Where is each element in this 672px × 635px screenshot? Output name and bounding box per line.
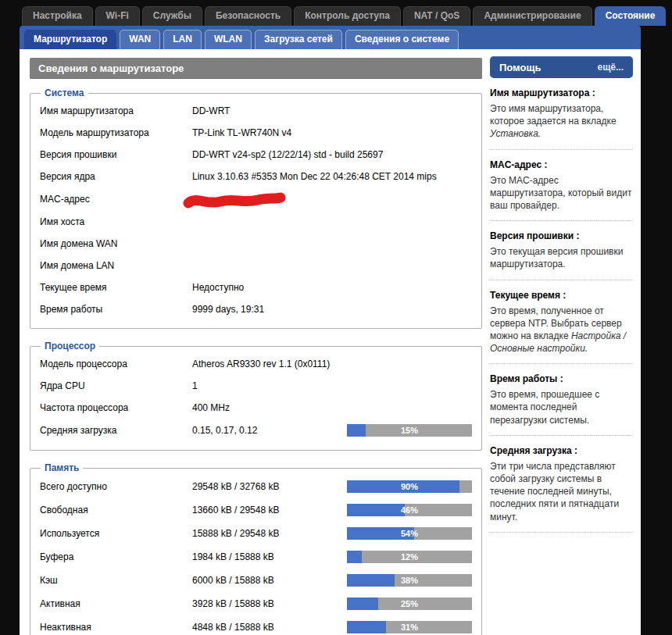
info-row: Имя домена WAN bbox=[40, 233, 472, 255]
progress-bar: 54% bbox=[347, 527, 472, 540]
help-panel: Помощь ещё... Имя маршрутизатора :Это им… bbox=[488, 49, 641, 533]
help-more-link[interactable]: ещё... bbox=[598, 62, 624, 73]
tab-administration[interactable]: Администрирование bbox=[473, 6, 592, 26]
info-label: Модель процессора bbox=[40, 359, 192, 369]
info-label: Версия ядра bbox=[40, 171, 192, 182]
info-row: Текущее времяНедоступно bbox=[40, 276, 472, 298]
info-label: Имя домена WAN bbox=[40, 238, 192, 249]
info-row: Версия прошивкиDD-WRT v24-sp2 (12/22/14)… bbox=[40, 144, 472, 166]
progress-bar: 90% bbox=[347, 480, 472, 493]
info-row: Частота процессора400 MHz bbox=[40, 397, 472, 419]
info-value: 9999 days, 19:31 bbox=[192, 304, 472, 315]
info-row: Время работы9999 days, 19:31 bbox=[40, 298, 472, 320]
progress-bar-label: 15% bbox=[347, 424, 472, 437]
subtab-router[interactable]: Маршрутизатор bbox=[24, 30, 116, 49]
progress-bar: 25% bbox=[347, 598, 472, 610]
info-value: Linux 3.10.63 #5353 Mon Dec 22 04:26:48 … bbox=[192, 171, 472, 182]
section-cpu-legend: Процессор bbox=[41, 341, 99, 351]
mac-redaction-scribble bbox=[183, 190, 286, 210]
progress-bar-label: 25% bbox=[347, 598, 472, 610]
dotted-divider bbox=[490, 363, 633, 364]
progress-bar-label: 38% bbox=[347, 574, 472, 587]
help-topic: Версия прошивки :Это текущая версия прош… bbox=[490, 230, 633, 270]
subtab-sysinfo[interactable]: Сведения о системе bbox=[345, 30, 459, 49]
info-label: Активная bbox=[40, 598, 192, 609]
info-row: Версия ядраLinux 3.10.63 #5353 Mon Dec 2… bbox=[40, 166, 472, 187]
info-row: MAC-адрес bbox=[40, 187, 472, 211]
help-topic-text: Это текущая версия прошивки маршрутизато… bbox=[490, 245, 633, 270]
info-row: Имя домена LAN bbox=[40, 255, 472, 276]
info-value: DD-WRT bbox=[192, 105, 472, 116]
info-row: Используется15888 kB / 29548 kB54% bbox=[40, 522, 472, 545]
info-value: 0.15, 0.17, 0.12 bbox=[192, 425, 347, 436]
progress-bar-label: 46% bbox=[347, 504, 472, 516]
section-cpu: Процессор Модель процессораAtheros AR933… bbox=[30, 341, 482, 451]
subtab-wlan[interactable]: WLAN bbox=[205, 30, 252, 49]
info-label: Свободная bbox=[40, 505, 192, 515]
help-topic-text: Это время, полученное от сервера NTP. Вы… bbox=[490, 305, 633, 355]
info-label: Всего доступно bbox=[40, 481, 192, 492]
progress-bar: 46% bbox=[347, 504, 472, 516]
info-row: Всего доступно29548 kB / 32768 kB90% bbox=[40, 475, 472, 498]
page-title: Сведения о маршрутизаторе bbox=[30, 58, 482, 79]
progress-bar-label: 12% bbox=[347, 551, 472, 563]
help-topic: Время работы :Это время, прошедшее с мом… bbox=[490, 373, 633, 426]
section-system: Система Имя маршрутизатораDD-WRTМодель м… bbox=[30, 87, 482, 329]
subtab-lan[interactable]: LAN bbox=[163, 30, 202, 49]
info-row: Свободная13660 kB / 29548 kB46% bbox=[40, 498, 472, 522]
progress-bar-label: 54% bbox=[347, 527, 472, 540]
info-label: Используется bbox=[40, 528, 192, 539]
content-area: Сведения о маршрутизаторе Система Имя ма… bbox=[20, 49, 641, 635]
info-label: Время работы bbox=[40, 304, 192, 315]
info-value: 400 MHz bbox=[192, 402, 472, 413]
section-memory-rows: Всего доступно29548 kB / 32768 kB90%Своб… bbox=[40, 475, 472, 635]
help-topic-text: Это время, прошедшее с момента последней… bbox=[490, 388, 633, 426]
info-value: 29548 kB / 32768 kB bbox=[192, 481, 347, 492]
help-topic-heading: Текущее время : bbox=[490, 290, 633, 301]
tab-services[interactable]: Службы bbox=[142, 6, 202, 26]
info-row: Ядра CPU1 bbox=[40, 375, 472, 397]
help-topic: Имя маршрутизатора :Это имя маршрутизато… bbox=[490, 87, 633, 141]
sub-tabs: МаршрутизаторWANLANWLANЗагрузка сетейСве… bbox=[20, 26, 641, 49]
help-topic: Текущее время :Это время, полученное от … bbox=[490, 290, 633, 355]
tab-status[interactable]: Состояние bbox=[595, 6, 667, 26]
info-row: Имя маршрутизатораDD-WRT bbox=[40, 100, 472, 122]
info-value: 4848 kB / 15888 kB bbox=[192, 622, 347, 633]
tab-setup[interactable]: Настройка bbox=[22, 6, 93, 26]
info-value: DD-WRT v24-sp2 (12/22/14) std - build 25… bbox=[192, 149, 472, 160]
progress-bar: 31% bbox=[347, 621, 472, 633]
main-content: Сведения о маршрутизаторе Система Имя ма… bbox=[20, 49, 488, 635]
info-value: 1984 kB / 15888 kB bbox=[192, 551, 347, 562]
info-label: Имя маршрутизатора bbox=[40, 105, 192, 116]
main-tabs: НастройкаWi-FiСлужбыБезопасностьКонтроль… bbox=[20, 0, 641, 26]
info-row: Средняя загрузка0.15, 0.17, 0.1215% bbox=[40, 419, 472, 442]
tab-security[interactable]: Безопасность bbox=[205, 6, 291, 26]
progress-bar-label: 90% bbox=[347, 480, 472, 493]
subtab-bandwidth[interactable]: Загрузка сетей bbox=[255, 30, 342, 49]
help-topic: MAC-адрес :Это MAC-адрес маршрутизатора,… bbox=[490, 159, 633, 212]
info-value: 1 bbox=[192, 380, 472, 391]
info-label: MAC-адрес bbox=[40, 194, 192, 205]
section-memory: Память Всего доступно29548 kB / 32768 kB… bbox=[30, 462, 482, 635]
help-topic-text: Эти три числа представляют собой загрузк… bbox=[490, 460, 633, 523]
subtab-wan[interactable]: WAN bbox=[120, 30, 160, 49]
tab-access-restrictions[interactable]: Контроль доступа bbox=[294, 6, 401, 26]
dotted-divider bbox=[490, 220, 633, 221]
tab-wifi[interactable]: Wi-Fi bbox=[95, 6, 140, 26]
section-memory-legend: Память bbox=[41, 462, 83, 473]
info-label: Неактивная bbox=[40, 622, 192, 633]
help-header: Помощь ещё... bbox=[490, 56, 633, 78]
help-topic-heading: Средняя загрузка : bbox=[490, 445, 633, 456]
info-label: Средняя загрузка bbox=[40, 425, 192, 436]
info-value: 15888 kB / 29548 kB bbox=[192, 528, 347, 539]
info-value: Atheros AR9330 rev 1.1 (0x0111) bbox=[192, 359, 472, 369]
section-cpu-rows: Модель процессораAtheros AR9330 rev 1.1 … bbox=[40, 353, 472, 442]
dotted-divider bbox=[490, 149, 633, 150]
info-label: Кэш bbox=[40, 575, 192, 586]
info-row: Модель процессораAtheros AR9330 rev 1.1 … bbox=[40, 353, 472, 375]
info-row: Кэш6000 kB / 15888 kB38% bbox=[40, 569, 472, 592]
dotted-divider bbox=[490, 280, 633, 280]
help-topics: Имя маршрутизатора :Это имя маршрутизато… bbox=[490, 87, 633, 533]
help-topic-heading: Имя маршрутизатора : bbox=[490, 87, 633, 98]
tab-nat-qos[interactable]: NAT / QoS bbox=[403, 6, 470, 26]
